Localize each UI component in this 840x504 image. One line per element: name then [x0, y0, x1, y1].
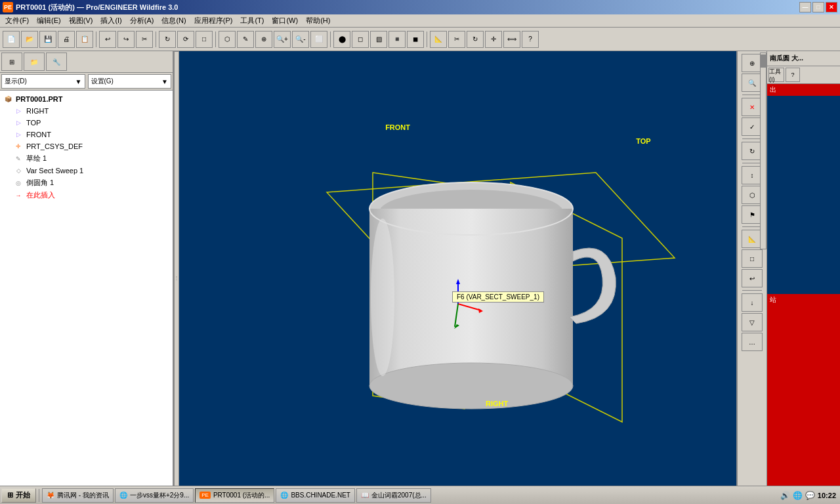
- regen2-button[interactable]: ⟳: [177, 31, 194, 48]
- rt-box-btn[interactable]: □: [742, 249, 763, 268]
- rt-sep-3: [742, 163, 762, 163]
- taskbar-item-3[interactable]: 🌐 BBS.CHINADE.NET: [276, 488, 355, 503]
- pan-btn[interactable]: ✛: [485, 31, 502, 48]
- taskbar-icon-4: 📖: [361, 492, 369, 499]
- tree-item-sketch[interactable]: ✎ 草绘 1: [3, 152, 170, 165]
- pdf-button[interactable]: 📋: [76, 31, 93, 48]
- nohidden-btn[interactable]: ◾: [388, 31, 406, 48]
- menu-file[interactable]: 文件(F): [1, 15, 33, 26]
- minimize-button[interactable]: —: [799, 2, 811, 12]
- wireframe-btn[interactable]: ◻: [352, 31, 369, 48]
- menu-info[interactable]: 信息(N): [158, 15, 190, 26]
- cut-button[interactable]: ✂: [136, 31, 153, 48]
- sidebar-icon-1[interactable]: ⊞: [1, 52, 22, 71]
- display-dropdown[interactable]: 显示(D) ▼: [1, 74, 85, 89]
- taskbar-label-3: BBS.CHINADE.NET: [291, 492, 350, 499]
- far-tool-1[interactable]: 工具(I): [768, 68, 784, 82]
- 3d-viewport[interactable]: FRONT TOP RIGHT F6 (VAR_SECT_SWEEP_1): [179, 51, 736, 504]
- print-button[interactable]: 🖨: [58, 31, 75, 48]
- window-controls[interactable]: — □ ✕: [799, 2, 837, 12]
- toolbar-separator-2: [156, 32, 156, 47]
- regen-button[interactable]: ↻: [159, 31, 176, 48]
- taskbar-item-1[interactable]: 🌐 一步vss量杯+2分9...: [115, 488, 194, 503]
- flip-btn[interactable]: ⟺: [503, 31, 520, 48]
- tree-item-round[interactable]: ◎ 倒圆角 1: [3, 177, 170, 189]
- close-button[interactable]: ✕: [826, 2, 837, 12]
- tree-item-varsweep[interactable]: ◇ Var Sect Sweep 1: [3, 165, 170, 177]
- menu-insert[interactable]: 插入(I): [96, 15, 125, 26]
- rt-arrow2-btn[interactable]: ↩: [742, 269, 763, 287]
- shade-btn[interactable]: ◼: [407, 31, 424, 48]
- scrollbar-thumb: [761, 54, 766, 68]
- title-bar: PE PRT0001 (活动的) — Pro/ENGINEER Wildfire…: [0, 0, 840, 14]
- undo-button[interactable]: ↩: [99, 31, 116, 48]
- settings-dropdown[interactable]: 设置(G) ▼: [88, 74, 172, 89]
- rt-more-btn[interactable]: …: [742, 333, 763, 351]
- far-scrollbar[interactable]: [760, 52, 766, 249]
- redo-button[interactable]: ↪: [117, 31, 135, 48]
- taskbar-item-2[interactable]: PE PRT0001 (活动的...: [195, 488, 274, 503]
- rt-sep-4: [742, 226, 762, 227]
- taskbar-item-4[interactable]: 📖 金山词霸2007(总...: [356, 488, 431, 503]
- taskbar-label-4: 金山词霸2007(总...: [371, 491, 427, 500]
- taskbar-item-0[interactable]: 🦊 腾讯网 - 我的资讯: [42, 488, 114, 503]
- sketch-btn[interactable]: ✎: [237, 31, 254, 48]
- sidebar-icon-3[interactable]: 🔧: [46, 52, 67, 71]
- far-help-btn[interactable]: ?: [786, 68, 800, 82]
- spin-btn[interactable]: ↻: [467, 31, 484, 48]
- repaint-button[interactable]: □: [196, 31, 213, 48]
- plane-icon-top: ▷: [13, 118, 24, 127]
- zoom-fit-btn[interactable]: ⬜: [310, 31, 327, 48]
- sidebar-icon-2[interactable]: 📁: [24, 52, 45, 71]
- orient-btn[interactable]: ⊕: [255, 31, 272, 48]
- menu-edit[interactable]: 编辑(E): [33, 15, 65, 26]
- new-button[interactable]: 📄: [3, 31, 20, 48]
- toolbar-separator-4: [330, 32, 331, 47]
- start-icon: ⊞: [7, 491, 13, 499]
- display-btn[interactable]: ⬤: [333, 31, 350, 48]
- tree-item-front[interactable]: ▷ FRONT: [3, 129, 170, 140]
- far-export-bar: 出: [767, 84, 840, 96]
- tree-root-item[interactable]: 📦 PRT0001.PRT: [3, 93, 170, 105]
- tree-item-insert[interactable]: → 在此插入: [3, 189, 170, 201]
- hidden-btn[interactable]: ▧: [370, 31, 387, 48]
- menu-applications[interactable]: 应用程序(P): [190, 15, 237, 26]
- menu-tools[interactable]: 工具(T): [236, 15, 268, 26]
- menu-help[interactable]: 帮助(H): [302, 15, 334, 26]
- svg-point-7: [371, 219, 394, 376]
- zoom-out-btn[interactable]: 🔍-: [292, 31, 309, 48]
- maximize-button[interactable]: □: [812, 2, 824, 12]
- plane-icon-front: ▷: [13, 130, 24, 139]
- rt-filter-btn[interactable]: ▽: [742, 313, 763, 331]
- round-icon: ◎: [13, 178, 24, 188]
- taskbar-label-0: 腾讯网 - 我的资讯: [57, 491, 109, 500]
- taskbar-icon-2: PE: [200, 492, 211, 499]
- draft-btn[interactable]: 📐: [430, 31, 447, 48]
- menu-view[interactable]: 视图(V): [65, 15, 97, 26]
- sidebar-splitter[interactable]: ⋮: [174, 51, 179, 504]
- section-btn[interactable]: ✂: [448, 31, 465, 48]
- far-right-toolbar: 工具(I) ?: [767, 66, 840, 84]
- start-button[interactable]: ⊞ 开始: [1, 488, 36, 503]
- tree-item-csys[interactable]: ✛ PRT_CSYS_DEF: [3, 140, 170, 152]
- settings-dropdown-arrow: ▼: [161, 78, 168, 85]
- far-preview-label: 站: [767, 294, 840, 306]
- open-button[interactable]: 📂: [21, 31, 38, 48]
- tooltip-text: F6 (VAR_SECT_SWEEP_1): [457, 293, 539, 301]
- menu-window[interactable]: 窗口(W): [268, 15, 302, 26]
- tree-item-top[interactable]: ▷ TOP: [3, 117, 170, 129]
- datum-btn[interactable]: ⬡: [219, 31, 236, 48]
- tree-root-icon: 📦: [3, 94, 13, 104]
- help-btn[interactable]: ?: [522, 31, 539, 48]
- rt-down-btn[interactable]: ↓: [742, 293, 763, 312]
- zoom-in-btn[interactable]: 🔍+: [274, 31, 291, 48]
- taskbar-sep-1: [39, 489, 39, 502]
- save-button[interactable]: 💾: [39, 31, 56, 48]
- far-right-bottom: [767, 306, 840, 504]
- menu-analysis[interactable]: 分析(A): [126, 15, 158, 26]
- tree-item-right[interactable]: ▷ RIGHT: [3, 105, 170, 117]
- tray-icon-2: 🌐: [793, 491, 803, 500]
- rt-sep-1: [742, 94, 762, 95]
- sidebar-dropdowns: 显示(D) ▼ 设置(G) ▼: [0, 73, 173, 91]
- taskbar-tray: 🔊 🌐 💬 10:22: [780, 491, 839, 500]
